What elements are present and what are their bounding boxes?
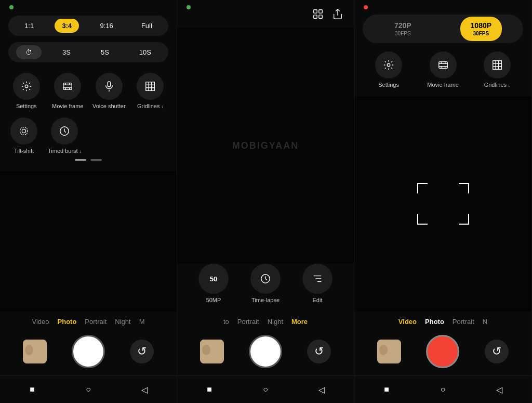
- nav-stop-2[interactable]: ■: [200, 380, 219, 399]
- gridlines-label: Gridlines: [137, 103, 163, 109]
- voice-shutter-label: Voice shutter: [92, 103, 126, 109]
- nav-home-3[interactable]: ○: [433, 380, 452, 399]
- mode-night-2[interactable]: Night: [268, 318, 283, 326]
- settings-button-3[interactable]: Settings: [375, 51, 402, 88]
- svg-rect-1: [63, 83, 72, 90]
- panel-1: 1:1 3:4 9:16 Full ⏱ 3S 5S 10S Settings: [0, 0, 177, 403]
- watermark: MOBIGYAAN: [232, 140, 299, 151]
- mode-n-3[interactable]: N: [483, 318, 487, 326]
- settings-label-3: Settings: [378, 82, 399, 88]
- status-dot-2: [187, 5, 191, 9]
- settings-button[interactable]: Settings: [8, 73, 45, 109]
- camera-controls-2: ↺: [177, 330, 354, 375]
- mode-bar-1: Video Photo Portrait Night M: [0, 311, 177, 330]
- movie-frame-icon-circle-3: [430, 51, 457, 79]
- voice-shutter-button[interactable]: Voice shutter: [91, 73, 127, 109]
- nav-back-1[interactable]: ◁: [135, 380, 154, 399]
- gallery-thumbnail-3[interactable]: [377, 340, 401, 363]
- mode-photo-1[interactable]: Photo: [58, 318, 77, 326]
- timed-burst-button[interactable]: Timed burst: [48, 118, 82, 154]
- edit-option[interactable]: Edit: [302, 264, 332, 303]
- movie-frame-label: Movie frame: [52, 103, 84, 109]
- aspect-9-16[interactable]: 9:16: [92, 19, 120, 33]
- movie-frame-icon-circle: [54, 73, 81, 100]
- timed-burst-icon-circle: [51, 118, 78, 145]
- timer-selector: ⏱ 3S 5S 10S: [8, 42, 168, 62]
- svg-rect-28: [438, 62, 447, 69]
- mode-night-1[interactable]: Night: [115, 318, 130, 326]
- bottom-options: 50 50MP Time-lapse Edit: [177, 264, 354, 311]
- shutter-button-1[interactable]: [72, 335, 105, 368]
- mode-to-2[interactable]: to: [223, 318, 229, 326]
- edit-icon-circle: [302, 264, 332, 294]
- flip-icon-2: ↺: [314, 345, 324, 358]
- gallery-thumbnail-2[interactable]: [200, 340, 224, 363]
- fps-720p[interactable]: 720P 30FPS: [384, 17, 422, 41]
- mode-bar-3: Video Photo Portrait N: [354, 311, 531, 330]
- bracket-br: [459, 214, 469, 225]
- panel2-top-icons: [312, 8, 343, 22]
- nav-back-2[interactable]: ◁: [312, 380, 331, 399]
- mp-label: 50MP: [206, 297, 221, 303]
- mode-photo-3[interactable]: Photo: [425, 318, 444, 326]
- nav-home-1[interactable]: ○: [79, 380, 98, 399]
- clock-icon: ⏱: [25, 48, 32, 56]
- movie-frame-button[interactable]: Movie frame: [50, 73, 86, 109]
- nav-home-2[interactable]: ○: [256, 380, 275, 399]
- nav-back-3[interactable]: ◁: [490, 380, 509, 399]
- movie-frame-button-3[interactable]: Movie frame: [427, 51, 459, 88]
- gridlines-button-3[interactable]: Gridlines: [484, 51, 511, 88]
- flip-camera-button-1[interactable]: ↺: [130, 340, 154, 363]
- gridlines-button[interactable]: Gridlines: [132, 73, 169, 109]
- svg-rect-8: [108, 82, 111, 87]
- shutter-button-3[interactable]: [426, 335, 459, 368]
- tilt-shift-button[interactable]: Tilt-shift: [10, 118, 37, 154]
- svg-point-0: [25, 85, 28, 88]
- controls-area-1: 1:1 3:4 9:16 Full ⏱ 3S 5S 10S Settings: [0, 0, 177, 171]
- camera-controls-1: ↺: [0, 330, 177, 375]
- mp-option[interactable]: 50 50MP: [198, 264, 229, 303]
- mode-portrait-1[interactable]: Portrait: [85, 318, 107, 326]
- panel-2: MOBIGYAAN 50 50MP Time-lapse Edit to Por…: [177, 0, 354, 403]
- mode-portrait-2[interactable]: Portrait: [237, 318, 259, 326]
- mode-portrait-3[interactable]: Portrait: [453, 318, 474, 326]
- shutter-button-2[interactable]: [249, 335, 282, 368]
- edit-label: Edit: [313, 297, 323, 303]
- panel-3: 720P 30FPS 1080P 30FPS Settings Movie fr…: [354, 0, 531, 403]
- mode-more-1[interactable]: M: [139, 318, 145, 326]
- fps-1080p[interactable]: 1080P 30FPS: [460, 17, 502, 41]
- svg-rect-19: [319, 10, 322, 13]
- mode-more-2[interactable]: More: [291, 318, 308, 326]
- timelapse-icon-circle: [250, 264, 281, 294]
- timer-clock[interactable]: ⏱: [16, 45, 42, 59]
- flip-camera-button-3[interactable]: ↺: [485, 340, 509, 363]
- camera-controls-3: ↺: [354, 330, 531, 375]
- aspect-full[interactable]: Full: [134, 19, 159, 33]
- apps-icon[interactable]: [312, 8, 324, 22]
- svg-rect-18: [314, 10, 317, 13]
- status-dot-1: [9, 5, 14, 9]
- svg-point-16: [20, 127, 28, 135]
- bracket-tl: [417, 183, 428, 193]
- aspect-1-1[interactable]: 1:1: [17, 19, 41, 33]
- mp-icon-circle: 50: [198, 264, 229, 294]
- share-icon[interactable]: [332, 8, 343, 22]
- timer-5s[interactable]: 5S: [91, 45, 118, 59]
- timer-3s[interactable]: 3S: [53, 45, 80, 59]
- flip-camera-button-2[interactable]: ↺: [307, 340, 331, 363]
- aspect-3-4[interactable]: 3:4: [55, 19, 79, 33]
- camera-viewport-1: [0, 171, 177, 311]
- mode-video-1[interactable]: Video: [32, 318, 49, 326]
- svg-point-15: [22, 129, 25, 133]
- timelapse-option[interactable]: Time-lapse: [250, 264, 281, 303]
- nav-stop-1[interactable]: ■: [23, 380, 42, 399]
- svg-point-27: [387, 63, 390, 67]
- page-indicators: [8, 159, 168, 161]
- settings-icon-circle-3: [375, 51, 402, 79]
- timed-burst-label: Timed burst: [48, 148, 82, 154]
- system-nav-1: ■ ○ ◁: [0, 375, 177, 403]
- nav-stop-3[interactable]: ■: [377, 380, 396, 399]
- gallery-thumbnail-1[interactable]: [23, 340, 47, 363]
- mode-video-3[interactable]: Video: [398, 318, 417, 326]
- timer-10s[interactable]: 10S: [130, 45, 161, 59]
